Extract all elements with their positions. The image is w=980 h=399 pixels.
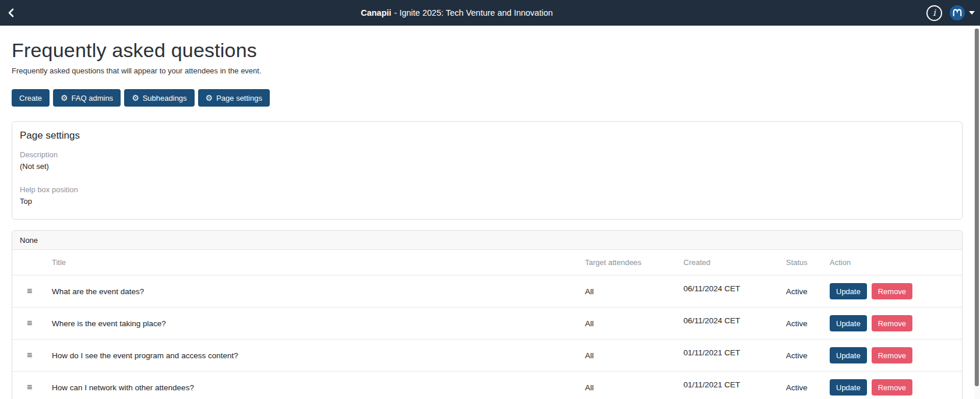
page-settings-button[interactable]: ⚙ Page settings [198,89,270,107]
drag-handle-icon[interactable]: ≡ [27,383,32,392]
column-header-created: Created [683,250,786,276]
update-button[interactable]: Update [830,283,867,299]
description-field-value: (Not set) [20,161,954,171]
brand-name: Canapii [361,8,391,17]
subheadings-button[interactable]: ⚙ Subheadings [124,89,194,107]
table-row: ≡ How do I see the event program and acc… [12,340,962,372]
page-subtitle: Frequently asked questions that will app… [12,66,963,75]
create-button[interactable]: Create [12,89,50,107]
topbar-title: Canapii - Ignite 2025: Tech Venture and … [361,0,553,26]
status-cell: Active [786,276,830,308]
status-cell: Active [786,340,830,372]
target-attendees-cell: All [585,340,683,372]
faq-table-body: ≡ What are the event dates? All 06/11/20… [12,276,962,399]
drag-cell: ≡ [12,372,52,399]
scrollbar-track[interactable] [974,26,980,399]
faq-title-cell: How can I network with other attendees? [52,372,585,399]
toolbar: Create ⚙ FAQ admins ⚙ Subheadings ⚙ Page… [12,89,963,107]
description-field-label: Description [20,150,954,160]
table-header-row: Title Target attendees Created Status Ac… [12,250,962,276]
status-cell: Active [786,308,830,340]
update-button[interactable]: Update [830,379,867,396]
action-cell: Update Remove [830,308,962,340]
faq-admins-button[interactable]: ⚙ FAQ admins [53,89,121,107]
page-settings-card: Page settings Description (Not set) Help… [12,121,963,220]
column-header-action: Action [830,250,962,276]
drag-handle-icon[interactable]: ≡ [27,287,32,296]
created-cell: 01/11/2021 CET [683,340,786,372]
topbar: Canapii - Ignite 2025: Tech Venture and … [0,0,980,26]
help-box-position-field-label: Help box position [20,185,954,195]
created-date: 01/11/2021 CET [683,380,740,389]
page-title: Frequently asked questions [12,38,963,62]
chevron-left-icon [8,8,15,17]
page-settings-button-label: Page settings [216,94,262,103]
column-header-status: Status [786,250,830,276]
help-box-position-field-value: Top [20,196,954,206]
remove-button[interactable]: Remove [872,283,912,299]
faq-title-cell: Where is the event taking place? [52,308,585,340]
target-attendees-cell: All [585,276,683,308]
table-row: ≡ Where is the event taking place? All 0… [12,308,962,340]
main-content: Frequently asked questions Frequently as… [0,38,980,399]
faq-table: Title Target attendees Created Status Ac… [12,250,962,399]
column-header-title: Title [52,250,585,276]
info-icon: i [933,8,936,18]
action-cell: Update Remove [830,372,962,399]
avatar[interactable] [950,5,965,20]
column-header-drag [12,250,52,276]
remove-button[interactable]: Remove [872,379,912,396]
drag-cell: ≡ [12,308,52,340]
created-cell: 06/11/2024 CET [683,276,786,308]
topbar-right-cluster: i [926,0,977,26]
gear-icon: ⚙ [206,94,213,102]
faq-admins-button-label: FAQ admins [72,94,114,103]
canapii-logo-icon [951,7,963,19]
table-row: ≡ How can I network with other attendees… [12,372,962,399]
scrollbar-thumb[interactable] [975,29,979,386]
update-button[interactable]: Update [830,315,867,331]
drag-handle-icon[interactable]: ≡ [27,351,32,360]
action-cell: Update Remove [830,340,962,372]
caret-down-icon[interactable] [969,11,975,15]
table-row: ≡ What are the event dates? All 06/11/20… [12,276,962,308]
remove-button[interactable]: Remove [872,315,912,331]
target-attendees-cell: All [585,308,683,340]
drag-handle-icon[interactable]: ≡ [27,319,32,328]
gear-icon: ⚙ [132,94,139,102]
remove-button[interactable]: Remove [872,347,912,363]
create-button-label: Create [19,94,42,103]
column-header-target-attendees: Target attendees [585,250,683,276]
info-button[interactable]: i [926,5,942,21]
created-cell: 06/11/2024 CET [683,308,786,340]
created-date: 06/11/2024 CET [683,316,740,325]
status-cell: Active [786,372,830,399]
created-cell: 01/11/2021 CET [683,372,786,399]
target-attendees-cell: All [585,372,683,399]
faq-table-card: None Title Target attendees Created Stat… [12,230,963,399]
gear-icon: ⚙ [61,94,68,102]
back-button[interactable] [5,6,17,19]
settings-card-title: Page settings [20,129,954,143]
faq-title-cell: How do I see the event program and acces… [52,340,585,372]
created-date: 01/11/2021 CET [683,348,740,357]
event-name: - Ignite 2025: Tech Venture and Innovati… [394,8,553,17]
drag-cell: ≡ [12,276,52,308]
faq-title-cell: What are the event dates? [52,276,585,308]
subheadings-button-label: Subheadings [143,94,187,103]
group-header-none: None [12,231,962,250]
drag-cell: ≡ [12,340,52,372]
action-cell: Update Remove [830,276,962,308]
created-date: 06/11/2024 CET [683,284,740,293]
update-button[interactable]: Update [830,347,867,363]
